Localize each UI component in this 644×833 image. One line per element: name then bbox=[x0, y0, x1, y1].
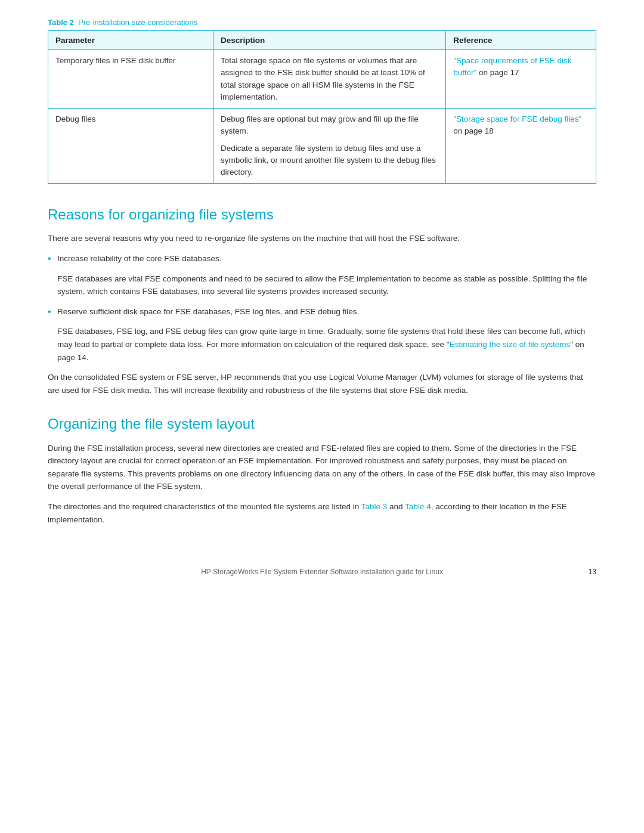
para2-middle: and bbox=[387, 502, 405, 511]
estimating-link[interactable]: Estimating the size of file systems bbox=[450, 340, 571, 349]
para2-prefix: The directories and the required charact… bbox=[48, 502, 361, 511]
page-footer: HP StorageWorks File System Extender Sof… bbox=[48, 562, 596, 576]
col-description: Description bbox=[213, 31, 445, 50]
ref-cell-2: "Storage space for FSE debug files" on p… bbox=[446, 109, 596, 184]
ref-cell-1: "Space requirements of FSE disk buffer" … bbox=[446, 50, 596, 109]
bullet-sub-1: FSE databases are vital FSE components a… bbox=[48, 272, 596, 298]
bullet-sub-2: FSE databases, FSE log, and FSE debug fi… bbox=[48, 325, 596, 364]
section1-intro: There are several reasons why you need t… bbox=[48, 232, 596, 245]
list-item: Reserve sufficient disk space for FSE da… bbox=[48, 305, 596, 318]
section1-heading: Reasons for organizing file systems bbox=[48, 205, 596, 224]
footer-text: HP StorageWorks File System Extender Sof… bbox=[201, 568, 443, 576]
section2-para2: The directories and the required charact… bbox=[48, 500, 596, 526]
list-item: Increase reliability of the core FSE dat… bbox=[48, 252, 596, 265]
section1-closing: On the consolidated FSE system or FSE se… bbox=[48, 371, 596, 397]
table3-link[interactable]: Table 3 bbox=[361, 502, 388, 511]
table-caption-text: Pre-installation size considerations bbox=[78, 18, 197, 27]
col-reference: Reference bbox=[446, 31, 596, 50]
section1-bullet-list-2: Reserve sufficient disk space for FSE da… bbox=[48, 305, 596, 318]
pre-installation-table: Parameter Description Reference Temporar… bbox=[48, 30, 596, 184]
col-parameter: Parameter bbox=[48, 31, 213, 50]
page-number: 13 bbox=[589, 568, 596, 576]
desc-cell-2: Debug files are optional but may grow an… bbox=[213, 109, 445, 184]
bullet-main-1: Increase reliability of the core FSE dat… bbox=[57, 254, 221, 263]
desc-cell-1: Total storage space on file systems or v… bbox=[213, 50, 445, 109]
section-organizing: Organizing the file system layout During… bbox=[48, 414, 596, 526]
ref-link-2[interactable]: "Storage space for FSE debug files" bbox=[453, 114, 581, 123]
section1-bullet-list: Increase reliability of the core FSE dat… bbox=[48, 252, 596, 265]
table-number: 2 bbox=[70, 18, 74, 27]
section2-heading: Organizing the file system layout bbox=[48, 414, 596, 433]
bullet-main-2: Reserve sufficient disk space for FSE da… bbox=[57, 307, 359, 316]
param-cell-2: Debug files bbox=[48, 109, 213, 184]
table-row: Debug files Debug files are optional but… bbox=[48, 109, 596, 184]
section2-para1: During the FSE installation process, sev… bbox=[48, 442, 596, 493]
table-header-row: Parameter Description Reference bbox=[48, 31, 596, 50]
table-caption: Table 2 Pre-installation size considerat… bbox=[48, 18, 596, 27]
param-cell-1: Temporary files in FSE disk buffer bbox=[48, 50, 213, 109]
ref-link-1[interactable]: "Space requirements of FSE disk buffer" bbox=[453, 56, 571, 77]
table4-link[interactable]: Table 4 bbox=[405, 502, 431, 511]
section-reasons: Reasons for organizing file systems Ther… bbox=[48, 205, 596, 397]
table-row: Temporary files in FSE disk buffer Total… bbox=[48, 50, 596, 109]
